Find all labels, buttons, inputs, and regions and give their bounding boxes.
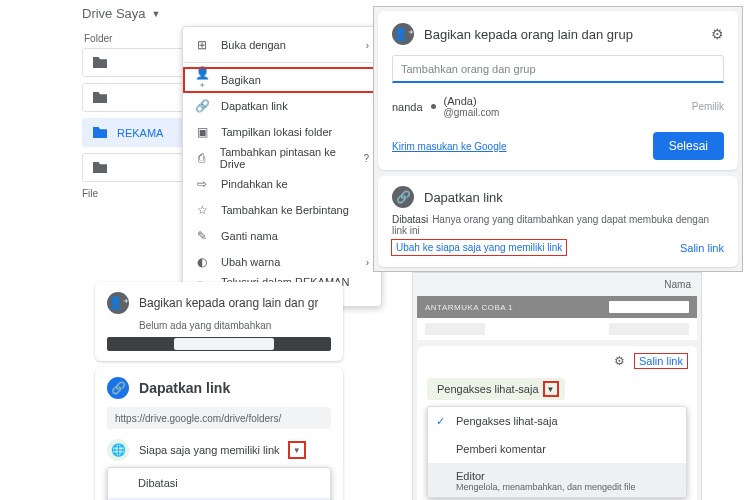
url-box[interactable]: https://drive.google.com/drive/folders/ (107, 407, 331, 429)
globe-icon: 🌐 (107, 439, 129, 461)
person-add-icon: 👤⁺ (392, 23, 414, 45)
palette-icon: ◐ (195, 255, 209, 269)
permission-dropdown-button[interactable]: ▼ (290, 443, 304, 457)
share-title: Bagikan kepada orang lain dan grup (424, 27, 633, 42)
link-icon: 🔗 (195, 99, 209, 113)
owner-name: nanda (392, 101, 423, 113)
share-card: 👤⁺ Bagikan kepada orang lain dan grup ⚙ … (378, 11, 738, 170)
owner-role: Pemilik (692, 101, 724, 112)
person-add-icon: 👤⁺ (195, 66, 209, 94)
menu-move-to[interactable]: ⇨Pindahkan ke (183, 171, 381, 197)
context-menu: ⊞Buka dengan› 👤⁺Bagikan 🔗Dapatkan link ▣… (182, 26, 382, 307)
folder-icon (93, 127, 107, 138)
owner-row: nanda (Anda) @gmail.com Pemilik (392, 95, 724, 118)
permission-row: 🌐 Siapa saja yang memiliki link ▼ (107, 439, 331, 461)
copy-link-button[interactable]: Salin link (635, 354, 687, 368)
chevron-right-icon: › (366, 40, 369, 51)
role-dropdown-button[interactable]: ▼ (545, 383, 557, 395)
chevron-down-icon: ▼ (152, 9, 161, 19)
role-option-commenter[interactable]: Pemberi komentar (428, 435, 686, 463)
redacted-row-dark: ANTARMUKA COBA 1 (417, 296, 697, 318)
role-card: ⚙ Salin link Pengakses lihat-saja ▼ ✓Pen… (417, 346, 697, 500)
gear-icon[interactable]: ⚙ (711, 26, 724, 42)
menu-rename[interactable]: ✎Ganti nama (183, 223, 381, 249)
person-add-icon: 👤⁺ (107, 292, 129, 314)
done-button[interactable]: Selesai (653, 132, 724, 160)
redacted-row-light (417, 318, 697, 340)
menu-get-link[interactable]: 🔗Dapatkan link (183, 93, 381, 119)
feedback-link[interactable]: Kirim masukan ke Google (392, 141, 507, 152)
check-icon: ✓ (436, 415, 445, 428)
menu-show-location[interactable]: ▣Tampilkan lokasi folder (183, 119, 381, 145)
menu-star[interactable]: ☆Tambahkan ke Berbintang (183, 197, 381, 223)
drive-shortcut-icon: ⎙ (195, 151, 208, 165)
add-people-input[interactable]: Tambahkan orang dan grup (392, 55, 724, 83)
apps-icon: ⊞ (195, 38, 209, 52)
menu-change-color[interactable]: ◐Ubah warna› (183, 249, 381, 275)
link-icon: 🔗 (107, 377, 129, 399)
owner-email: @gmail.com (444, 107, 500, 118)
folder-name: REKAMA (117, 127, 163, 139)
gear-icon[interactable]: ⚙ (614, 354, 625, 368)
menu-share[interactable]: 👤⁺Bagikan (183, 67, 381, 93)
menu-open-with[interactable]: ⊞Buka dengan› (183, 32, 381, 58)
link-icon: 🔗 (392, 186, 414, 208)
role-dropdown: ✓Pengakses lihat-saja Pemberi komentar E… (427, 406, 687, 498)
change-access-link[interactable]: Ubah ke siapa saja yang memiliki link (392, 240, 566, 255)
chevron-right-icon: › (366, 257, 369, 268)
folder-open-icon: ▣ (195, 125, 209, 139)
menu-separator (183, 62, 381, 63)
share-card-small: 👤⁺Bagikan kepada orang lain dan gr Belum… (95, 282, 343, 361)
dot-icon (431, 104, 436, 109)
share-panel: 👤⁺ Bagikan kepada orang lain dan grup ⚙ … (373, 6, 743, 272)
permission-dropdown: Dibatasi ✓Siapa saja yang memiliki link (107, 467, 331, 500)
owner-you: (Anda) (444, 95, 500, 107)
getlink-dropdown-panel: 👤⁺Bagikan kepada orang lain dan gr Belum… (95, 282, 343, 500)
getlink-title: Dapatkan link (424, 190, 503, 205)
getlink-card-small: 🔗Dapatkan link https://drive.google.com/… (95, 367, 343, 500)
copy-link-button[interactable]: Salin link (680, 242, 724, 254)
perm-option-restricted[interactable]: Dibatasi (108, 468, 330, 498)
getlink-card: 🔗 Dapatkan link DibatasiHanya orang yang… (378, 176, 738, 267)
share-title-truncated: Bagikan kepada orang lain dan gr (139, 296, 318, 310)
share-empty-label: Belum ada yang ditambahkan (139, 320, 331, 331)
move-icon: ⇨ (195, 177, 209, 191)
column-header: Nama (417, 277, 697, 296)
help-icon: ? (363, 153, 369, 164)
menu-add-shortcut[interactable]: ⎙Tambahkan pintasan ke Drive? (183, 145, 381, 171)
role-dropdown-panel: Nama ANTARMUKA COBA 1 ⚙ Salin link Penga… (412, 272, 702, 500)
rename-icon: ✎ (195, 229, 209, 243)
folder-icon (93, 92, 107, 103)
role-badge-label: Pengakses lihat-saja (437, 383, 539, 395)
folder-icon (93, 57, 107, 68)
permission-label: Siapa saja yang memiliki link (139, 444, 280, 456)
role-option-editor[interactable]: Editor Mengelola, menambahkan, dan menge… (428, 463, 686, 497)
redacted-strip (107, 337, 331, 351)
role-option-viewer[interactable]: ✓Pengakses lihat-saja (428, 407, 686, 435)
folder-icon (93, 162, 107, 173)
star-icon: ☆ (195, 203, 209, 217)
role-badge[interactable]: Pengakses lihat-saja ▼ (427, 378, 565, 400)
getlink-desc: DibatasiHanya orang yang ditambahkan yan… (392, 214, 724, 236)
drive-title: Drive Saya (82, 6, 146, 21)
getlink-title: Dapatkan link (139, 380, 230, 396)
